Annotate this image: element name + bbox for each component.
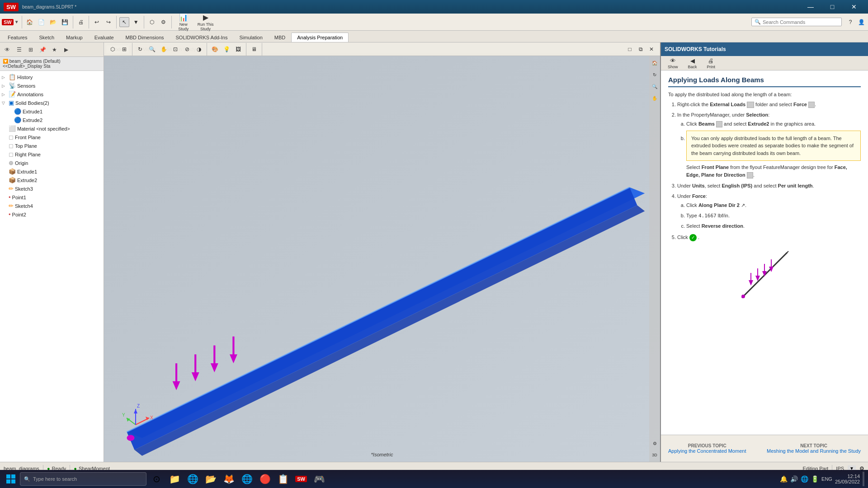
tab-analysis-preparation[interactable]: Analysis Preparation [291, 33, 349, 42]
new-doc-button[interactable]: 📄 [37, 17, 47, 27]
vp-zoom-fit-btn[interactable]: ⊡ [170, 44, 180, 54]
left-tb-pin-btn[interactable]: 📌 [37, 44, 48, 55]
sep3 [89, 16, 89, 28]
tab-sketch[interactable]: Sketch [33, 33, 60, 42]
vp-decals-btn[interactable]: 🖼 [233, 44, 243, 54]
tree-item-sketch4[interactable]: ✏ Sketch4 [0, 202, 104, 210]
viewport-3d[interactable]: X Y Z *Isometric 🏠 ↻ 🔍 ✋ ⚙ 3D [104, 56, 660, 462]
settings-button[interactable]: ⚙ [159, 17, 169, 27]
redo-button[interactable]: ↪ [104, 17, 113, 27]
vc-3d-btn[interactable]: 3D [650, 450, 660, 460]
taskbar-search[interactable]: 🔍 Type here to search [20, 472, 146, 486]
help-button[interactable]: ? [845, 17, 855, 27]
show-desktop-btn[interactable] [863, 472, 864, 486]
vp-section-btn[interactable]: ⊘ [182, 44, 192, 54]
run-study-button[interactable]: ▶ Run This Study [194, 12, 217, 33]
feature-tree-header[interactable]: 🔽 beam_diagrams (Default) <<Default>_Dis… [0, 57, 104, 71]
taskbar-app1[interactable]: 🔴 [257, 471, 273, 487]
vp-scene-btn[interactable]: 💡 [222, 44, 231, 54]
tab-mbd-dimensions[interactable]: MBD Dimensions [120, 33, 170, 42]
tree-item-material[interactable]: ⬜ Material <not specified> [0, 124, 104, 133]
tab-features[interactable]: Features [2, 33, 33, 42]
display-style-button[interactable]: ⬡ [147, 17, 157, 27]
taskbar-explorer[interactable]: 📁 [166, 471, 183, 487]
tree-item-extrude2[interactable]: 📦 Extrude2 [0, 176, 104, 184]
taskbar-search-placeholder: Type here to search [33, 476, 77, 482]
tree-item-origin[interactable]: ⊕ Origin [0, 159, 104, 167]
open-button[interactable]: 📂 [48, 17, 58, 27]
vp-close-btn[interactable]: ✕ [646, 44, 656, 54]
viewport-face-btn[interactable]: ⬡ [108, 44, 118, 54]
taskbar-sw-app[interactable]: SW [293, 471, 309, 487]
tree-item-top-plane[interactable]: ◻ Top Plane [0, 141, 104, 150]
tutorial-print-btn[interactable]: 🖨 Print [704, 56, 719, 70]
taskbar-files[interactable]: 📂 [203, 471, 219, 487]
tab-mbd[interactable]: MBD [269, 33, 291, 42]
save-button[interactable]: 💾 [60, 17, 70, 27]
close-button[interactable]: ✕ [844, 0, 864, 14]
tab-evaluate[interactable]: Evaluate [89, 33, 120, 42]
left-tb-eye-btn[interactable]: 👁 [2, 44, 13, 55]
tree-item-point1[interactable]: • Point1 [0, 193, 104, 202]
vc-settings-btn[interactable]: ⚙ [650, 438, 660, 448]
left-tb-more-btn[interactable]: ▶ [61, 44, 71, 55]
tree-item-extrude2-body[interactable]: 🔵 Extrude2 [0, 116, 104, 124]
vp-max-btn[interactable]: ⧉ [636, 44, 646, 54]
select-tool-button[interactable]: ↖ [119, 17, 129, 27]
vp-appearance-btn[interactable]: 🎨 [210, 44, 220, 54]
vp-normal-btn[interactable]: □ [625, 44, 635, 54]
toolbar-sw-logo[interactable]: SW [2, 19, 14, 25]
new-study-button[interactable]: 📊 New Study [175, 12, 193, 33]
vp-zoom-btn[interactable]: 🔍 [147, 44, 157, 54]
left-tb-star-btn[interactable]: ★ [49, 44, 60, 55]
maximize-button[interactable]: □ [822, 0, 843, 14]
search-input[interactable] [763, 19, 830, 25]
undo-button[interactable]: ↩ [92, 17, 102, 27]
vc-rotate-btn[interactable]: ↻ [650, 70, 660, 80]
tree-item-history[interactable]: ▷ 📋 History [0, 73, 104, 81]
taskbar-right: 🔔 🔊 🌐 🔋 ENG 12:14 25/09/2022 [780, 472, 864, 486]
vc-zoom-btn[interactable]: 🔍 [650, 81, 660, 91]
vp-hide-btn[interactable]: ◑ [194, 44, 204, 54]
tutorial-intro: To apply the distributed load along the … [668, 92, 861, 97]
tree-item-solid-bodies[interactable]: ▽ ▣ Solid Bodies(2) [0, 99, 104, 107]
start-button[interactable] [4, 472, 18, 486]
tutorial-back-btn[interactable]: ◀ Back [685, 56, 700, 70]
taskbar-app3[interactable]: 🎮 [311, 471, 327, 487]
left-tb-grid-btn[interactable]: ⊞ [25, 44, 36, 55]
tree-item-annotations[interactable]: ▷ 📝 Annotations [0, 90, 104, 99]
viewport-split-btn[interactable]: ⊞ [119, 44, 129, 54]
tab-solidworks-addins[interactable]: SOLIDWORKS Add-Ins [170, 33, 234, 42]
vp-pan-btn[interactable]: ✋ [159, 44, 169, 54]
print-button[interactable]: 🖨 [76, 17, 86, 27]
tree-item-front-plane[interactable]: ◻ Front Plane [0, 133, 104, 141]
vc-pan-btn[interactable]: ✋ [650, 93, 660, 103]
tree-item-sensors[interactable]: ▷ 📡 Sensors [0, 81, 104, 90]
minimize-button[interactable]: — [800, 0, 821, 14]
tab-markup[interactable]: Markup [60, 33, 89, 42]
left-tb-list-btn[interactable]: ☰ [14, 44, 24, 55]
vc-home-btn[interactable]: 🏠 [650, 58, 660, 68]
taskbar-edge[interactable]: 🌐 [184, 471, 201, 487]
tree-item-extrude1-body[interactable]: 🔵 Extrude1 [0, 107, 104, 116]
user-button[interactable]: 👤 [856, 17, 866, 27]
search-bar[interactable]: 🔍 [751, 18, 842, 26]
vp-rotate-btn[interactable]: ↻ [135, 44, 145, 54]
vp-display-btn[interactable]: 🖥 [249, 44, 259, 54]
prev-topic[interactable]: Previous topic Applying the Concentrated… [668, 443, 746, 454]
tutorial-show-btn[interactable]: 👁 Show [665, 56, 681, 70]
taskbar-chrome[interactable]: 🌐 [239, 471, 255, 487]
tree-item-point2[interactable]: • Point2 [0, 210, 104, 219]
toolbar-arrow[interactable]: ▼ [14, 19, 19, 24]
home-button[interactable]: 🏠 [25, 17, 35, 27]
taskbar-app2[interactable]: 📋 [275, 471, 291, 487]
tree-item-extrude1[interactable]: 📦 Extrude1 [0, 167, 104, 176]
tab-simulation[interactable]: Simulation [233, 33, 268, 42]
tree-item-sketch3[interactable]: ✏ Sketch3 [0, 184, 104, 193]
tree-item-right-plane[interactable]: ◻ Right Plane [0, 150, 104, 159]
next-topic[interactable]: Next topic Meshing the Model and Running… [767, 443, 861, 454]
taskbar-cortana[interactable]: ⊙ [148, 471, 165, 487]
taskbar-firefox[interactable]: 🦊 [221, 471, 237, 487]
select-dropdown[interactable]: ▼ [131, 17, 141, 27]
back-icon: ◀ [690, 57, 695, 64]
